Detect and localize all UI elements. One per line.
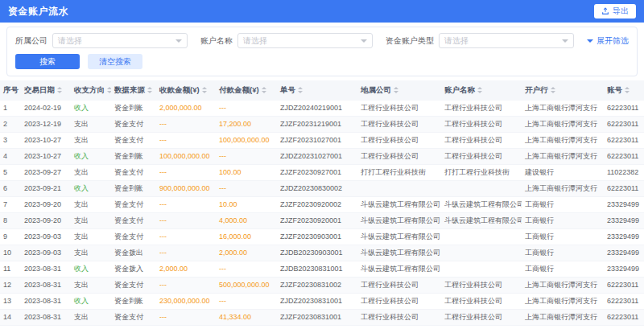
column-header-direction[interactable]: 收支方向: [71, 80, 111, 101]
cell-direction: 支出: [71, 165, 111, 181]
export-button[interactable]: 导出: [594, 4, 636, 19]
company-filter-label: 所属公司: [15, 35, 47, 47]
cell-direction: 支出: [71, 133, 111, 149]
cell-bank: 上海工商银行潭河支行: [522, 326, 604, 329]
cell-account_no: 62223011: [604, 117, 644, 133]
cell-account_no: 62223011: [604, 133, 644, 149]
cell-source: 资金支付: [111, 197, 156, 213]
column-label: 收款金额(¥): [159, 85, 200, 94]
cell-date: 2023-09-03: [21, 245, 71, 261]
cell-order: ZJDZ20240219001: [277, 101, 357, 117]
cell-date: 2023-09-21: [21, 181, 71, 197]
account-name-select[interactable]: 请选择: [237, 33, 373, 48]
cell-account_no: 23329499: [604, 213, 644, 229]
table-row: 52023-09-27支出资金支付---100.00ZJZF2023092700…: [0, 165, 644, 181]
column-label: 数据来源: [114, 85, 145, 94]
cell-date: 2023-09-20: [21, 197, 71, 213]
cell-company: 斗纵云建筑工程有限公司: [357, 261, 441, 278]
cell-payment: 100,000,000.00: [216, 133, 277, 149]
account-type-filter-label: 资金账户类型: [386, 35, 434, 47]
table-row: 142023-08-31支出资金支付---41,334.00ZJZF202308…: [0, 310, 644, 326]
cell-receipt: ---: [156, 213, 216, 229]
chevron-down-icon: [587, 39, 593, 43]
column-header-payment[interactable]: 付款金额(¥): [216, 80, 277, 101]
sort-icon: [202, 87, 207, 93]
cell-seq: 14: [0, 310, 21, 326]
cell-date: 2023-08-31: [21, 278, 71, 294]
cell-direction: 支出: [71, 197, 111, 213]
cell-account_no: 62223011: [604, 326, 644, 329]
table-row: 102023-09-03支出资金拨出---2,000.00ZJDB2023090…: [0, 245, 644, 261]
cell-date: 2023-09-27: [21, 165, 71, 181]
page-title: 资金账户流水: [8, 5, 68, 19]
cell-account: 打打工程行业科技街: [441, 165, 522, 181]
cell-account_no: 62223011: [604, 310, 644, 326]
cell-bank: 建设银行: [522, 165, 604, 181]
cell-date: 2023-09-03: [21, 229, 71, 245]
cell-company: 工程行业科技公司: [357, 133, 441, 149]
sort-icon: [551, 87, 555, 93]
column-header-bank[interactable]: 开户行: [522, 80, 604, 101]
cell-source: 资金支付: [111, 278, 156, 294]
filter-account-name: 账户名称 请选择: [200, 33, 373, 48]
column-header-account_no[interactable]: 账号: [604, 80, 644, 101]
cell-company: 工程行业科技公司: [357, 326, 441, 329]
column-header-company[interactable]: 地属公司: [357, 80, 441, 101]
table-row: 152023-08-30收入资金到账30,000,000.00---ZJDZ20…: [0, 326, 644, 329]
cell-account: 工程行业科技公司: [441, 326, 522, 329]
table-row: 32023-10-27支出资金支付---100,000,000.00ZJZF20…: [0, 133, 644, 149]
column-header-order[interactable]: 单号: [277, 80, 357, 101]
clear-search-button[interactable]: 清空搜索: [88, 54, 142, 69]
sort-icon: [298, 87, 303, 93]
cell-receipt: ---: [156, 197, 216, 213]
cell-receipt: 100,000,000.00: [156, 149, 216, 165]
cell-account: 斗纵云建筑工程有限公司: [441, 213, 522, 229]
cell-account_no: 62223011: [604, 181, 644, 197]
column-label: 单号: [280, 85, 295, 94]
column-label: 收支方向: [74, 85, 105, 94]
cell-payment: ---: [216, 181, 277, 197]
expand-filter-link[interactable]: 展开筛选: [587, 35, 629, 47]
sort-icon: [147, 87, 152, 93]
column-header-date[interactable]: 交易日期: [21, 80, 71, 101]
cell-direction: 支出: [71, 229, 111, 245]
cell-company: 工程行业科技公司: [357, 310, 441, 326]
cell-order: ZJZF20230920002: [277, 197, 357, 213]
cell-order: ZJZF20230903001: [277, 229, 357, 245]
cell-company: 斗纵云建筑工程有限公司: [357, 229, 441, 245]
cell-date: 2023-08-30: [21, 326, 71, 329]
account-type-select[interactable]: 请选择: [439, 33, 574, 48]
table-row: 112023-08-31收入资金拨入2,000.00---ZJDB2023083…: [0, 261, 644, 278]
cell-seq: 15: [0, 326, 21, 329]
cell-source: 资金到账: [111, 294, 156, 310]
search-button[interactable]: 搜索: [15, 54, 80, 69]
cell-company: 工程行业科技公司: [357, 294, 441, 310]
company-select[interactable]: 请选择: [52, 33, 188, 48]
cell-bank: 上海工商银行潭河支行: [522, 149, 604, 165]
table-row: 82023-09-20支出资金支付---4,000.00ZJZF20230920…: [0, 213, 644, 229]
cell-direction: 支出: [71, 278, 111, 294]
cell-seq: 3: [0, 133, 21, 149]
cell-payment: ---: [216, 326, 277, 329]
cell-order: ZJDZ20230830003: [277, 326, 357, 329]
cell-direction: 支出: [71, 117, 111, 133]
column-label: 付款金额(¥): [219, 85, 259, 94]
column-label: 地属公司: [361, 85, 391, 94]
table-row: 122023-08-31支出资金支付---500,000,000.00ZJZF2…: [0, 278, 644, 294]
column-header-receipt[interactable]: 收款金额(¥): [156, 80, 216, 101]
cell-account_no: 62223011: [604, 278, 644, 294]
cell-account_no: 23329499: [604, 245, 644, 261]
cell-bank: 上海工商银行潭河支行: [522, 117, 604, 133]
cell-payment: 16,000.00: [216, 229, 277, 245]
cell-company: 工程行业科技公司: [357, 101, 441, 117]
cell-source: 资金支付: [111, 213, 156, 229]
cell-bank: 工商银行: [522, 261, 604, 278]
table-row: 132023-08-31收入资金到账230,000,000.00---ZJDZ2…: [0, 294, 644, 310]
cell-receipt: 900,000,000.00: [156, 181, 216, 197]
cell-receipt: 2,000,000.00: [156, 101, 216, 117]
cell-date: 2023-10-27: [21, 149, 71, 165]
cell-payment: ---: [216, 294, 277, 310]
column-header-source[interactable]: 数据来源: [111, 80, 156, 101]
cell-account: 工程行业科技公司: [441, 149, 522, 165]
column-header-account[interactable]: 账户名称: [441, 80, 522, 101]
